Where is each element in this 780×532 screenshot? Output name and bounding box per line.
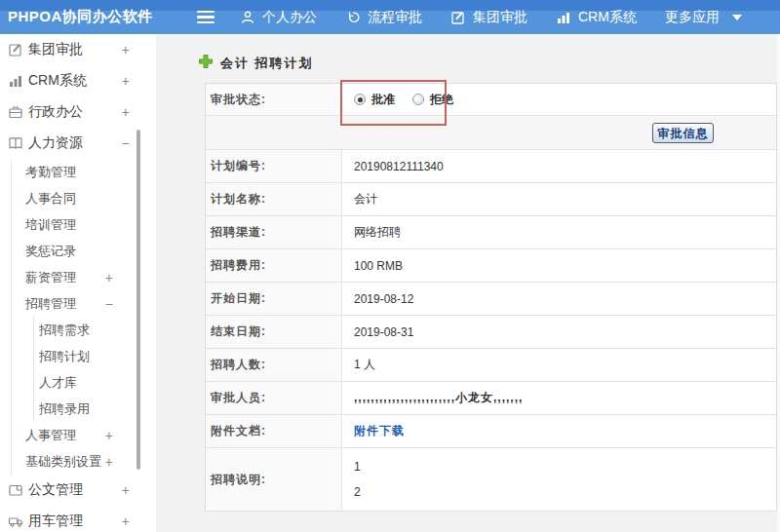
bar-chart-icon <box>556 10 571 25</box>
radio-button-icon[interactable] <box>412 94 424 105</box>
nav-personal-office[interactable]: 个人办公 <box>240 9 317 26</box>
sidebar-item-recruit-mgmt[interactable]: 招聘管理 − <box>12 290 156 317</box>
form-row-headcount: 招聘人数: 1 人 <box>206 349 776 382</box>
nav-label: 集团审批 <box>473 9 527 26</box>
form-row-recruit-cost: 招聘费用: 100 RMB <box>206 249 776 283</box>
expand-toggle[interactable]: + <box>122 482 130 498</box>
field-value: 网络招聘 <box>342 216 776 248</box>
field-label: 结束日期: <box>206 316 342 348</box>
field-value: 2019-08-12 <box>342 283 776 315</box>
truck-icon <box>8 513 24 530</box>
sidebar-item-crm[interactable]: CRM系统 + <box>0 65 156 96</box>
add-icon <box>198 54 214 73</box>
top-navigation: 个人办公 流程审批 集团审批 CRM系统 更多应用 <box>240 9 770 26</box>
expand-toggle[interactable]: + <box>105 270 113 285</box>
nav-label: 更多应用 <box>665 9 720 26</box>
edit-icon <box>8 42 24 58</box>
expand-toggle[interactable]: + <box>122 42 130 57</box>
field-value: 会计 <box>342 183 776 215</box>
sidebar-scrollbar-thumb[interactable] <box>136 130 140 470</box>
sidebar-item-vehicle[interactable]: 用车管理 + <box>0 506 156 532</box>
expand-toggle[interactable]: + <box>105 454 113 470</box>
attachment-download-link[interactable]: 附件下载 <box>354 423 405 439</box>
field-label: 计划编号: <box>206 150 342 182</box>
nav-more-apps[interactable]: 更多应用 <box>665 9 742 26</box>
nav-group-approval[interactable]: 集团审批 <box>450 9 527 26</box>
sidebar-item-salary[interactable]: 薪资管理 + <box>12 264 156 290</box>
field-label: 开始日期: <box>206 283 342 315</box>
book-icon <box>8 135 24 152</box>
form-row-plan-name: 计划名称: 会计 <box>206 183 776 216</box>
field-label: 附件文档: <box>206 415 342 447</box>
description-line: 2 <box>354 485 361 499</box>
field-label: 招聘费用: <box>206 249 342 282</box>
field-label: 招聘人数: <box>206 349 342 381</box>
sidebar-item-documents[interactable]: 公文管理 + <box>0 475 156 506</box>
sidebar-item-training[interactable]: 培训管理 <box>12 211 156 238</box>
nav-crm-system[interactable]: CRM系统 <box>556 9 637 26</box>
document-icon <box>8 482 24 499</box>
form-row-approvers: 审批人员: ,,,,,,,,,,,,,,,,,,,,,,,,小龙女,,,,,,, <box>206 382 776 415</box>
sidebar-item-attendance[interactable]: 考勤管理 <box>12 159 156 185</box>
field-label: 招聘说明: <box>206 448 342 511</box>
sidebar-item-group-approval[interactable]: 集团审批 + <box>0 34 156 65</box>
hamburger-menu-icon[interactable] <box>195 11 216 24</box>
approval-info-button[interactable]: 审批信息 <box>652 123 714 143</box>
field-value: 2019-08-31 <box>342 316 776 348</box>
bar-chart-icon <box>8 73 24 90</box>
field-value: 100 RMB <box>342 249 776 282</box>
expand-toggle[interactable]: + <box>122 513 130 529</box>
description-line: 1 <box>354 460 361 474</box>
expand-toggle[interactable]: + <box>122 104 130 120</box>
field-value: ,,,,,,,,,,,,,,,,,,,,,,,,小龙女,,,,,,, <box>342 382 776 414</box>
sidebar-item-base-category[interactable]: 基础类别设置 + <box>12 448 156 475</box>
topbar: PHPOA协同办公软件 个人办公 流程审批 集团审批 <box>0 0 780 34</box>
radio-reject[interactable]: 拒绝 <box>412 92 453 108</box>
field-value: 1 人 <box>342 349 776 381</box>
person-icon <box>240 10 255 25</box>
field-value: 20190812111340 <box>342 150 776 182</box>
hr-submenu: 考勤管理 人事合同 培训管理 奖惩记录 薪资管理 + 招聘管理 − 招聘需求 招… <box>11 159 156 475</box>
form-row-end-date: 结束日期: 2019-08-31 <box>206 316 776 349</box>
collapse-toggle[interactable]: − <box>105 296 113 312</box>
form-row-plan-number: 计划编号: 20190812111340 <box>206 150 776 183</box>
sidebar-item-rewards[interactable]: 奖惩记录 <box>12 238 156 264</box>
caret-down-icon <box>732 15 742 20</box>
history-icon <box>345 10 361 25</box>
main-content: 会计 招聘计划 审批状态: 批准 拒绝 审批信息 <box>156 34 780 532</box>
sidebar: 集团审批 + CRM系统 + 行政办公 + 人力资源 <box>0 34 156 532</box>
field-label: 计划名称: <box>206 183 342 215</box>
field-label: 招聘渠道: <box>206 216 342 248</box>
expand-toggle[interactable]: + <box>105 428 113 443</box>
page-title: 会计 招聘计划 <box>220 55 314 72</box>
form-row-approve-button: 审批信息 <box>206 116 776 150</box>
expand-toggle[interactable]: + <box>122 73 130 89</box>
radio-label: 拒绝 <box>430 92 453 108</box>
form-row-description: 招聘说明: 1 2 <box>206 448 776 512</box>
sidebar-item-hr-contract[interactable]: 人事合同 <box>12 185 156 211</box>
field-label: 审批状态: <box>206 84 342 115</box>
nav-label: CRM系统 <box>578 9 637 26</box>
form-row-recruit-channel: 招聘渠道: 网络招聘 <box>206 216 776 249</box>
sidebar-item-hr[interactable]: 人力资源 − <box>0 128 156 159</box>
briefcase-icon <box>8 104 24 121</box>
radio-button-icon[interactable] <box>354 94 366 105</box>
app-logo: PHPOA协同办公软件 <box>0 8 187 26</box>
collapse-toggle[interactable]: − <box>122 135 130 151</box>
sidebar-item-admin-office[interactable]: 行政办公 + <box>0 96 156 128</box>
approval-form-table: 审批状态: 批准 拒绝 审批信息 计划编号: 20190812111 <box>205 83 777 512</box>
status-radio-group: 批准 拒绝 <box>342 84 776 115</box>
nav-process-approval[interactable]: 流程审批 <box>345 9 422 26</box>
nav-label: 流程审批 <box>368 9 422 26</box>
field-label: 审批人员: <box>206 382 342 414</box>
nav-label: 个人办公 <box>262 9 317 26</box>
sidebar-item-personnel[interactable]: 人事管理 + <box>12 422 156 448</box>
radio-approve[interactable]: 批准 <box>354 92 395 108</box>
form-row-attachment: 附件文档: 附件下载 <box>206 415 776 448</box>
edit-icon <box>450 10 466 25</box>
radio-label: 批准 <box>371 92 395 108</box>
form-row-start-date: 开始日期: 2019-08-12 <box>206 283 776 316</box>
form-row-status: 审批状态: 批准 拒绝 <box>206 84 776 116</box>
